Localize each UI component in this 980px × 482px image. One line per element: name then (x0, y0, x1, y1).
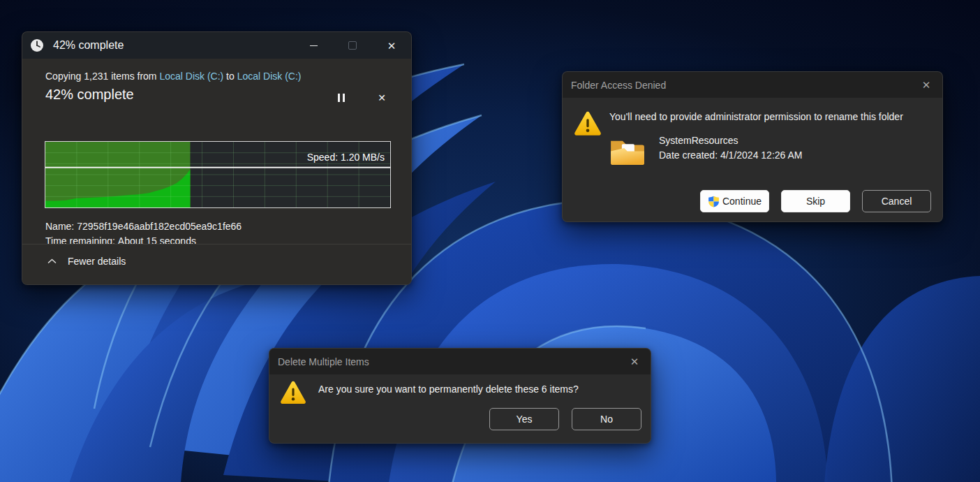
copy-summary-connector: to (226, 71, 235, 82)
folder-date-created: Date created: 4/1/2024 12:26 AM (659, 149, 802, 161)
folder-dialog-close-button[interactable]: ✕ (910, 72, 942, 98)
close-icon: ✕ (630, 356, 639, 368)
yes-label: Yes (517, 414, 533, 425)
continue-button[interactable]: Continue (700, 190, 769, 212)
pause-button[interactable] (331, 89, 352, 106)
destination-location-link[interactable]: Local Disk (C:) (237, 71, 302, 82)
delete-items-dialog: Delete Multiple Items ✕ Are you sure you… (269, 348, 651, 444)
delete-confirmation-message: Are you sure you want to permanently del… (318, 384, 579, 395)
cancel-label: Cancel (882, 196, 912, 207)
close-icon: ✕ (922, 79, 931, 92)
delete-dialog-titlebar[interactable]: Delete Multiple Items ✕ (269, 349, 651, 374)
copy-progress-window: 42% complete ✕ Copying 1,231 items from … (22, 31, 412, 285)
delete-dialog-buttons: Yes No (489, 408, 641, 430)
delete-dialog-close-button[interactable]: ✕ (618, 349, 651, 374)
folder-name: SystemResources (659, 135, 738, 146)
progress-percent-heading: 42% complete (45, 87, 134, 103)
source-location-link[interactable]: Local Disk (C:) (159, 71, 223, 82)
continue-label: Continue (722, 196, 762, 207)
desktop: 42% complete ✕ Copying 1,231 items from … (0, 0, 980, 482)
chevron-up-icon (47, 258, 57, 264)
close-button[interactable]: ✕ (372, 32, 411, 59)
folder-icon (610, 137, 648, 167)
cancel-button[interactable]: Cancel (862, 190, 931, 212)
name-label: Name: (45, 221, 74, 232)
no-button[interactable]: No (572, 408, 641, 430)
warning-icon (280, 380, 306, 404)
fewer-details-toggle[interactable]: Fewer details (47, 256, 126, 267)
copy-window-titlebar[interactable]: 42% complete ✕ (22, 32, 411, 59)
no-label: No (600, 414, 613, 425)
file-operation-clock-icon (30, 38, 44, 52)
cancel-copy-button[interactable]: ✕ (371, 89, 392, 106)
speed-graph: Speed: 1.20 MB/s (45, 141, 391, 208)
maximize-icon (348, 41, 357, 50)
copy-window-footer: Fewer details (22, 244, 411, 284)
warning-icon (574, 110, 602, 136)
copy-window-body: Copying 1,231 items from Local Disk (C:)… (22, 59, 411, 244)
minimize-icon (310, 45, 318, 46)
minimize-button[interactable] (294, 32, 333, 59)
fewer-details-label: Fewer details (68, 256, 126, 267)
name-value: 72958f19e46aabf182ecd05ea9c1fe66 (77, 221, 242, 232)
window-controls: ✕ (294, 32, 411, 59)
window-title: 42% complete (53, 39, 124, 52)
folder-dialog-title: Folder Access Denied (571, 80, 666, 91)
copy-summary-prefix: Copying 1,231 items from (45, 71, 157, 82)
folder-dialog-buttons: Continue Skip Cancel (700, 190, 931, 212)
folder-dialog-titlebar[interactable]: Folder Access Denied ✕ (563, 72, 942, 98)
pause-icon (338, 94, 345, 102)
maximize-button[interactable] (333, 32, 372, 59)
folder-access-denied-dialog: Folder Access Denied ✕ You'll need to pr… (562, 71, 943, 222)
detail-name-row: Name:72958f19e46aabf182ecd05ea9c1fe66 (45, 219, 244, 234)
speed-label: Speed: 1.20 MB/s (307, 152, 385, 163)
skip-label: Skip (806, 196, 825, 207)
copy-summary-line: Copying 1,231 items from Local Disk (C:)… (45, 71, 301, 82)
cancel-icon: ✕ (378, 92, 386, 103)
close-icon: ✕ (387, 41, 396, 51)
skip-button[interactable]: Skip (781, 190, 850, 212)
permission-message: You'll need to provide administrator per… (609, 111, 903, 122)
uac-shield-icon (708, 196, 720, 207)
yes-button[interactable]: Yes (489, 408, 559, 430)
delete-dialog-title: Delete Multiple Items (278, 356, 369, 367)
